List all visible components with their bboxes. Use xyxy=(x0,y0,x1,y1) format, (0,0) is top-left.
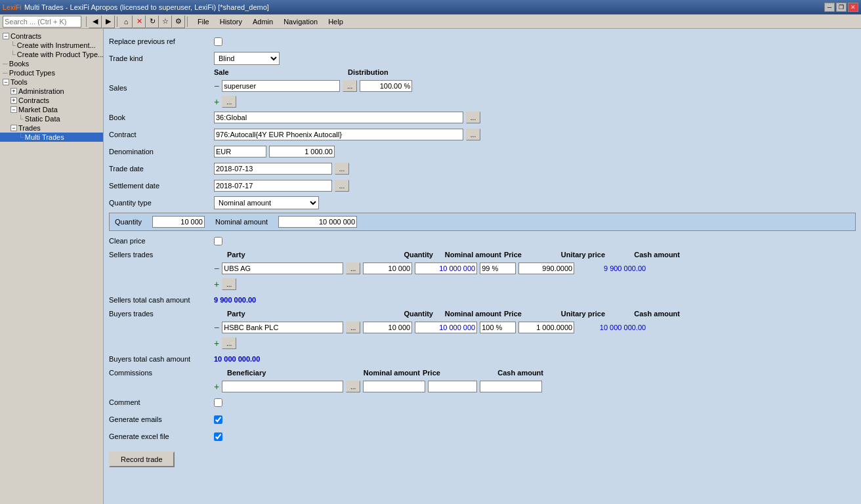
contracts-sub-expand-icon[interactable] xyxy=(10,97,17,104)
buyers-price-input[interactable] xyxy=(480,322,516,333)
sidebar-item-books[interactable]: ─ Books xyxy=(0,59,103,68)
sales-remove-button[interactable]: − xyxy=(214,81,219,91)
sales-user-browse-button[interactable]: ... xyxy=(343,80,357,92)
help-menu[interactable]: Help xyxy=(323,16,348,27)
sellers-remove-button[interactable]: − xyxy=(214,264,219,273)
generate-emails-label: Generate emails xyxy=(109,415,214,423)
generate-emails-checkbox[interactable] xyxy=(214,415,222,424)
contract-input[interactable] xyxy=(214,129,463,140)
home-button[interactable]: ⌂ xyxy=(119,15,133,28)
sidebar-item-static-data[interactable]: └ Static Data xyxy=(0,114,103,123)
sellers-qty-input[interactable] xyxy=(363,262,412,274)
denomination-row: Denomination xyxy=(109,144,856,159)
comm-cash-input[interactable] xyxy=(480,381,542,392)
buyers-add-browse-button[interactable]: ... xyxy=(222,337,236,349)
sidebar-item-create-instrument[interactable]: └ Create with Instrument... xyxy=(0,41,103,50)
history-menu[interactable]: History xyxy=(215,16,247,27)
window-title: Multi Trades - LexiFi Apropos (licensed … xyxy=(24,3,269,11)
trade-date-calendar-button[interactable]: ... xyxy=(335,163,349,175)
sidebar-item-administration[interactable]: Administration xyxy=(0,87,103,96)
sellers-unit-input[interactable] xyxy=(518,262,574,274)
commissions-label: Commissions xyxy=(109,369,214,377)
file-menu[interactable]: File xyxy=(192,16,215,27)
contract-row: Contract ... xyxy=(109,127,856,142)
replace-previous-ref-checkbox[interactable] xyxy=(214,37,222,46)
settings-button[interactable]: ⚙ xyxy=(172,15,185,28)
minimize-button[interactable]: ─ xyxy=(824,3,835,12)
search-input[interactable] xyxy=(3,16,81,28)
buyers-nom-input[interactable] xyxy=(415,322,477,333)
settlement-date-calendar-button[interactable]: ... xyxy=(335,180,349,192)
sales-add-button[interactable]: + xyxy=(214,97,219,106)
trade-kind-select[interactable]: Blind xyxy=(214,52,280,65)
comm-add-button[interactable]: + xyxy=(214,382,219,391)
navigation-menu[interactable]: Navigation xyxy=(278,16,323,27)
market-data-expand-icon[interactable] xyxy=(10,106,17,113)
record-trade-button[interactable]: Record trade xyxy=(109,452,175,467)
generate-excel-row: Generate excel file xyxy=(109,429,856,444)
contracts-expand-icon[interactable] xyxy=(3,33,9,39)
sidebar-item-create-product[interactable]: └ Create with Product Type... xyxy=(0,50,103,59)
sellers-price-input[interactable] xyxy=(480,262,516,274)
stop-button[interactable]: ✕ xyxy=(133,15,146,28)
buyers-remove-button[interactable]: − xyxy=(214,323,219,332)
sales-add-browse-button[interactable]: ... xyxy=(222,96,236,108)
forward-button[interactable]: ▶ xyxy=(102,15,115,28)
sellers-add-button[interactable]: + xyxy=(214,280,219,289)
sidebar-item-multi-trades[interactable]: └ Multi Trades xyxy=(0,133,103,142)
sidebar-item-contracts-sub[interactable]: Contracts xyxy=(0,96,103,105)
comment-checkbox[interactable] xyxy=(214,398,222,407)
tools-expand-icon[interactable] xyxy=(3,79,9,85)
trades-expand-icon[interactable] xyxy=(10,125,17,131)
buyers-party-browse-button[interactable]: ... xyxy=(346,322,360,333)
sidebar-item-trades[interactable]: Trades xyxy=(0,123,103,133)
comm-price-input[interactable] xyxy=(428,381,477,392)
admin-expand-icon[interactable] xyxy=(10,88,17,94)
quantity-input[interactable] xyxy=(152,216,205,228)
admin-menu[interactable]: Admin xyxy=(247,16,278,27)
quantity-type-label: Quantity type xyxy=(109,199,214,207)
bookmark-button[interactable]: ☆ xyxy=(159,15,172,28)
buyers-party-input[interactable] xyxy=(222,322,343,333)
sidebar-item-market-data[interactable]: Market Data xyxy=(0,105,103,114)
comm-nom-input[interactable] xyxy=(363,381,425,392)
nominal-amount-input[interactable] xyxy=(278,216,357,228)
back-button[interactable]: ◀ xyxy=(89,15,102,28)
contracts-label: Contracts xyxy=(10,32,41,40)
trade-date-input[interactable] xyxy=(214,163,332,175)
buyers-col-price-header: Price xyxy=(504,310,543,318)
comm-bene-browse-button[interactable]: ... xyxy=(346,381,360,392)
restore-button[interactable]: ❐ xyxy=(836,3,847,12)
sidebar-item-tools[interactable]: Tools xyxy=(0,77,103,87)
contract-browse-button[interactable]: ... xyxy=(466,129,480,140)
quantity-type-select[interactable]: Nominal amount xyxy=(214,196,319,209)
buyers-qty-input[interactable] xyxy=(363,322,412,333)
buyers-unit-input[interactable] xyxy=(518,322,574,333)
refresh-button[interactable]: ↻ xyxy=(146,15,159,28)
generate-emails-row: Generate emails xyxy=(109,412,856,427)
comm-bene-input[interactable] xyxy=(222,381,343,392)
generate-excel-checkbox[interactable] xyxy=(214,432,222,441)
close-button[interactable]: ✕ xyxy=(848,3,858,12)
static-data-label: Static Data xyxy=(25,115,60,123)
sellers-add-browse-button[interactable]: ... xyxy=(222,278,236,290)
sales-col-dist-header: Distribution xyxy=(348,68,453,76)
book-input[interactable] xyxy=(214,112,463,123)
sellers-nom-input[interactable] xyxy=(415,262,477,274)
sidebar-item-product-types[interactable]: ─ Product Types xyxy=(0,68,103,77)
buyers-trades-label: Buyers trades xyxy=(109,310,214,318)
administration-label: Administration xyxy=(18,87,64,95)
denom-currency-input[interactable] xyxy=(214,146,266,158)
sales-dist-input[interactable] xyxy=(360,80,412,92)
buyers-add-button[interactable]: + xyxy=(214,339,219,348)
clean-price-checkbox[interactable] xyxy=(214,237,222,245)
sales-user-input[interactable] xyxy=(222,80,340,92)
buyers-cash-value: 10 000 000.00 xyxy=(577,324,646,331)
sidebar-item-contracts[interactable]: Contracts xyxy=(0,32,103,41)
denom-value-input[interactable] xyxy=(269,146,335,158)
settlement-date-input[interactable] xyxy=(214,180,332,192)
sellers-party-browse-button[interactable]: ... xyxy=(346,262,360,274)
sales-label: Sales xyxy=(109,84,214,92)
book-browse-button[interactable]: ... xyxy=(466,112,480,123)
sellers-party-input[interactable] xyxy=(222,262,343,274)
